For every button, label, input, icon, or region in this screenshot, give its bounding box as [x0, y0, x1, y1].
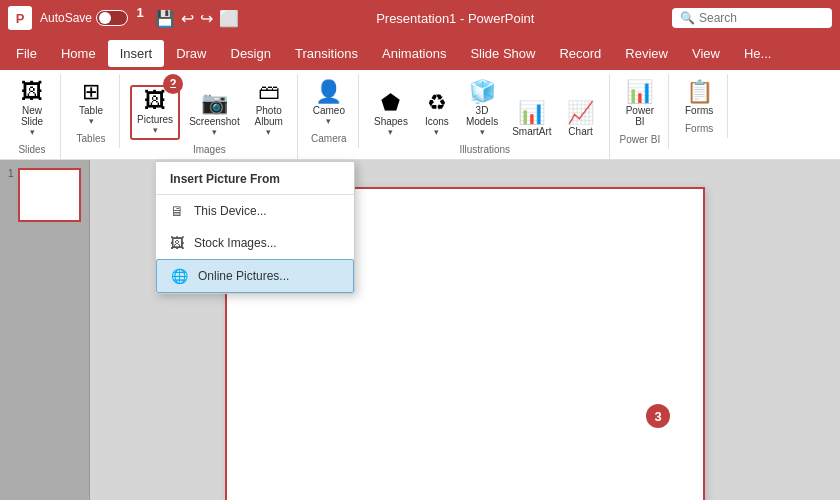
camera-group-label: Camera [311, 133, 347, 144]
search-box[interactable]: 🔍 [672, 8, 832, 28]
new-slide-button[interactable]: 🖼 NewSlide ▾ [12, 78, 52, 140]
title-bar: P AutoSave Off 💾 ↩ ↪ ⬜ Presentation1 - P… [0, 0, 840, 36]
ribbon-group-slides: 🖼 NewSlide ▾ Slides [4, 74, 61, 159]
3d-models-chevron: ▾ [480, 127, 485, 137]
menu-help[interactable]: He... [732, 40, 783, 67]
window-title: Presentation1 - PowerPoint [247, 11, 664, 26]
cameo-button[interactable]: 👤 Cameo ▾ [308, 78, 350, 129]
insert-picture-dropdown: Insert Picture From 🖥 This Device... 🖼 S… [155, 161, 355, 294]
slide-number: 1 [8, 168, 14, 179]
forms-icon: 📋 [686, 81, 713, 103]
tables-group-label: Tables [77, 133, 106, 144]
screenshot-button[interactable]: 📷 Screenshot ▾ [184, 89, 245, 140]
photo-album-icon: 🗃 [258, 81, 280, 103]
cameo-chevron: ▾ [326, 116, 331, 126]
shapes-chevron: ▾ [388, 127, 393, 137]
menu-home[interactable]: Home [49, 40, 108, 67]
slide-panel: 1 [0, 160, 90, 500]
smartart-button[interactable]: 📊 SmartArt [507, 99, 556, 140]
redo-icon[interactable]: ↪ [200, 9, 213, 28]
menu-file[interactable]: File [4, 40, 49, 67]
table-chevron: ▾ [89, 116, 94, 126]
menu-transitions[interactable]: Transitions [283, 40, 370, 67]
new-slide-chevron: ▾ [30, 127, 35, 137]
table-button[interactable]: ⊞ Table ▾ [71, 78, 111, 129]
menu-view[interactable]: View [680, 40, 732, 67]
dropdown-header: Insert Picture From [156, 162, 354, 195]
ribbon-group-tables: ⊞ Table ▾ Tables [63, 74, 120, 148]
images-group-label: Images [193, 144, 226, 155]
online-pictures-label: Online Pictures... [198, 269, 289, 283]
slides-group-label: Slides [18, 144, 45, 155]
stock-images-icon: 🖼 [170, 235, 184, 251]
search-icon: 🔍 [680, 11, 695, 25]
photo-album-chevron: ▾ [266, 127, 271, 137]
menu-draw[interactable]: Draw [164, 40, 218, 67]
menu-record[interactable]: Record [547, 40, 613, 67]
this-device-label: This Device... [194, 204, 267, 218]
screenshot-icon: 📷 [201, 92, 228, 114]
shapes-button[interactable]: ⬟ Shapes ▾ [369, 89, 413, 140]
ribbon-group-forms: 📋 Forms Forms [671, 74, 728, 138]
autosave-toggle[interactable] [96, 10, 128, 26]
menu-bar: File Home Insert Draw Design Transitions… [0, 36, 840, 70]
photo-album-button[interactable]: 🗃 PhotoAlbum ▾ [249, 78, 289, 140]
main-area: 1 3 [0, 160, 840, 500]
save-icon[interactable]: 💾 [155, 9, 175, 28]
table-icon: ⊞ [82, 81, 100, 103]
screenshot-chevron: ▾ [212, 127, 217, 137]
online-pictures-option[interactable]: 🌐 Online Pictures... [156, 259, 354, 293]
undo-icon[interactable]: ↩ [181, 9, 194, 28]
menu-insert[interactable]: Insert [108, 40, 165, 67]
online-pictures-icon: 🌐 [171, 268, 188, 284]
autosave-label: AutoSave [40, 11, 92, 25]
forms-group-label: Forms [685, 123, 713, 134]
icons-icon: ♻ [427, 92, 447, 114]
icons-button[interactable]: ♻ Icons ▾ [417, 89, 457, 140]
shapes-icon: ⬟ [381, 92, 400, 114]
illustrations-group-label: Illustrations [459, 144, 510, 155]
quick-access-toolbar: 💾 ↩ ↪ ⬜ [155, 9, 239, 28]
search-input[interactable] [699, 11, 819, 25]
powerbi-group-label: Power BI [620, 134, 661, 145]
more-icon[interactable]: ⬜ [219, 9, 239, 28]
ribbon: 2 🖼 NewSlide ▾ Slides ⊞ Table ▾ Tables 🖼 [0, 70, 840, 160]
ribbon-group-illustrations: ⬟ Shapes ▾ ♻ Icons ▾ 🧊 3DModels ▾ 📊 Smar… [361, 74, 610, 159]
this-device-icon: 🖥 [170, 203, 184, 219]
menu-design[interactable]: Design [219, 40, 283, 67]
slide-thumbnail[interactable] [18, 168, 81, 222]
3d-models-icon: 🧊 [469, 81, 496, 103]
pictures-icon: 🖼 [144, 90, 166, 112]
icons-chevron: ▾ [434, 127, 439, 137]
ribbon-group-images: 🖼 Pictures ▾ 📷 Screenshot ▾ 🗃 PhotoAlbum… [122, 74, 298, 159]
menu-animations[interactable]: Animations [370, 40, 458, 67]
forms-button[interactable]: 📋 Forms [679, 78, 719, 119]
ribbon-group-powerbi: 📊 PowerBI Power BI [612, 74, 670, 149]
ribbon-group-camera: 👤 Cameo ▾ Camera [300, 74, 359, 148]
step1-badge: 1 [128, 0, 152, 24]
stock-images-label: Stock Images... [194, 236, 277, 250]
cameo-icon: 👤 [315, 81, 342, 103]
pictures-chevron: ▾ [153, 125, 158, 135]
chart-button[interactable]: 📈 Chart [561, 99, 601, 140]
chart-icon: 📈 [567, 102, 594, 124]
step3-badge: 3 [646, 404, 670, 428]
powerpoint-logo: P [8, 6, 32, 30]
pictures-button[interactable]: 🖼 Pictures ▾ [130, 85, 180, 140]
menu-slideshow[interactable]: Slide Show [458, 40, 547, 67]
menu-review[interactable]: Review [613, 40, 680, 67]
this-device-option[interactable]: 🖥 This Device... [156, 195, 354, 227]
smartart-icon: 📊 [518, 102, 545, 124]
3d-models-button[interactable]: 🧊 3DModels ▾ [461, 78, 503, 140]
stock-images-option[interactable]: 🖼 Stock Images... [156, 227, 354, 259]
new-slide-icon: 🖼 [21, 81, 43, 103]
powerbi-icon: 📊 [626, 81, 653, 103]
powerbi-button[interactable]: 📊 PowerBI [620, 78, 660, 130]
